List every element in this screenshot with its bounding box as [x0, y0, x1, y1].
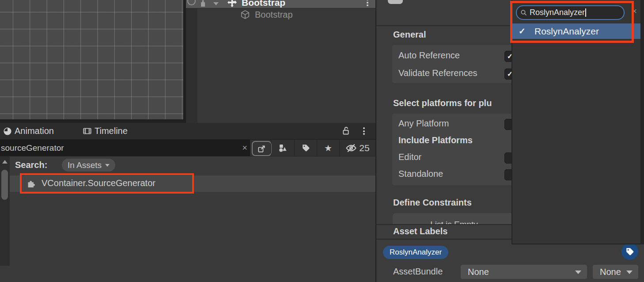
- hierarchy-panel: Bootstrap Bootstrap: [186, 0, 375, 123]
- assetbundle-label: AssetBundle: [393, 267, 443, 277]
- prefab-title: Bootstrap: [242, 0, 285, 8]
- tab-animation[interactable]: Animation: [4, 123, 54, 139]
- clear-search-icon[interactable]: ×: [239, 140, 250, 156]
- search-scope-value: In Assets: [68, 160, 102, 170]
- annotation-box-result: [20, 173, 194, 194]
- scene-view-grid[interactable]: [0, 0, 183, 119]
- standalone-label: Standalone: [398, 169, 443, 179]
- tag-icon: [302, 144, 310, 152]
- chevron-down-icon: [626, 271, 633, 274]
- filter-by-label-button[interactable]: [295, 140, 317, 156]
- define-constraints-list: List is Empty: [393, 213, 515, 224]
- favorites-button[interactable]: ★: [317, 140, 339, 156]
- scrollbar-thumb[interactable]: [1, 170, 8, 200]
- platforms-group: Any Platform Include Platforms Editor St…: [392, 114, 515, 185]
- asset-label-pill-text: RoslynAnalyzer: [390, 248, 442, 256]
- any-platform-label: Any Platform: [398, 118, 449, 129]
- search-input-value: sourceGenerator: [1, 140, 64, 156]
- edit-labels-button[interactable]: [621, 243, 638, 260]
- general-group: Auto Reference ✓ Validate References ✓: [392, 45, 515, 83]
- kebab-menu-icon[interactable]: [367, 0, 368, 6]
- search-scope-dropdown[interactable]: In Assets: [62, 159, 115, 171]
- open-search-window-button[interactable]: [252, 141, 272, 156]
- auto-reference-label: Auto Reference: [398, 50, 460, 61]
- cube-icon: [240, 10, 250, 19]
- filter-by-type-button[interactable]: [271, 140, 294, 156]
- shapes-icon: [278, 144, 287, 152]
- eye-slash-icon: [345, 142, 357, 154]
- section-title-platforms: Select platforms for plu: [393, 98, 492, 108]
- project-panel: Animation Timeline sourceGenerator ×: [0, 123, 375, 282]
- asset-label-pill[interactable]: RoslynAnalyzer: [383, 246, 448, 259]
- visibility-column: [186, 8, 197, 123]
- scroll-up-icon[interactable]: [2, 160, 8, 164]
- tab-timeline[interactable]: Timeline: [83, 123, 128, 139]
- define-constraints-empty-text: List is Empty: [393, 220, 515, 224]
- vertical-scrollbar[interactable]: [0, 156, 10, 266]
- search-toolbar: sourceGenerator ×: [0, 140, 375, 156]
- tab-timeline-label: Timeline: [95, 126, 128, 136]
- inspector-toggle-partial[interactable]: [388, 0, 403, 4]
- film-icon: [83, 127, 91, 135]
- section-title-define-constraints: Define Constraints: [393, 198, 472, 208]
- eye-icon[interactable]: [187, 0, 196, 5]
- popup-edge-strip: [641, 0, 644, 244]
- assetbundle-dropdown[interactable]: None: [461, 265, 587, 279]
- hidden-count: 25: [359, 143, 369, 153]
- assetbundle-value: None: [468, 265, 489, 279]
- editor-label: Editor: [398, 152, 421, 162]
- tab-strip: Animation Timeline: [0, 123, 375, 140]
- annotation-box-popup: [510, 1, 634, 43]
- unlock-icon[interactable]: [341, 126, 350, 135]
- validate-references-label: Validate References: [398, 68, 477, 78]
- star-icon: ★: [324, 143, 332, 153]
- section-title-asset-labels: Asset Labels: [393, 226, 447, 236]
- hand-pick-icon[interactable]: [199, 0, 207, 7]
- hidden-results-button[interactable]: 25: [340, 140, 375, 156]
- kebab-menu-icon[interactable]: [363, 127, 365, 135]
- chevron-down-icon[interactable]: [213, 2, 219, 5]
- assetbundle-variant-dropdown[interactable]: None: [593, 265, 638, 279]
- chevron-down-icon: [105, 164, 110, 167]
- chevron-down-icon: [575, 271, 581, 274]
- tab-animation-label: Animation: [15, 126, 54, 136]
- section-title-general: General: [393, 30, 426, 40]
- hierarchy-item-label: Bootstrap: [255, 10, 293, 20]
- prefab-move-icon: [227, 0, 238, 8]
- clock-icon: [4, 127, 11, 135]
- unity-editor-window: Bootstrap Bootstrap Animation: [0, 0, 644, 282]
- search-scope-label: Search:: [15, 160, 47, 170]
- include-platforms-label: Include Platforms: [398, 135, 473, 145]
- tag-icon: [625, 247, 634, 256]
- search-input[interactable]: sourceGenerator: [0, 140, 250, 156]
- open-in-new-icon: [258, 145, 266, 153]
- prefab-header-bar: Bootstrap: [186, 0, 375, 8]
- assetbundle-variant-value: None: [600, 265, 621, 279]
- hierarchy-row-bootstrap[interactable]: Bootstrap: [186, 9, 375, 21]
